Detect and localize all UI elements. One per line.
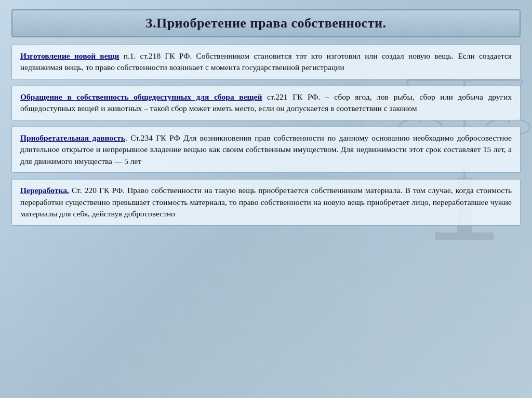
card-2-title: Обращение в собственность общедоступных … (20, 92, 262, 101)
page-container: 3.Приобретение права собственности. Изго… (0, 0, 532, 398)
page-title-block: 3.Приобретение права собственности. (11, 9, 521, 37)
card-3: Приобретательная давность. Ст.234 ГК РФ … (11, 127, 521, 173)
card-4-body: Ст. 220 ГК РФ. Право собственности на та… (20, 186, 512, 218)
card-1-title: Изготовление новой вещи (20, 51, 119, 60)
card-4-title: Переработка. (20, 186, 69, 195)
card-1: Изготовление новой вещи п.1. ст.218 ГК Р… (11, 45, 521, 79)
card-3-title: Приобретательная давность (20, 133, 125, 142)
page-title: 3.Приобретение права собственности. (145, 16, 386, 31)
cards-area: Изготовление новой вещи п.1. ст.218 ГК Р… (11, 45, 521, 389)
card-2: Обращение в собственность общедоступных … (11, 86, 521, 120)
card-4: Переработка. Ст. 220 ГК РФ. Право собств… (11, 179, 521, 225)
